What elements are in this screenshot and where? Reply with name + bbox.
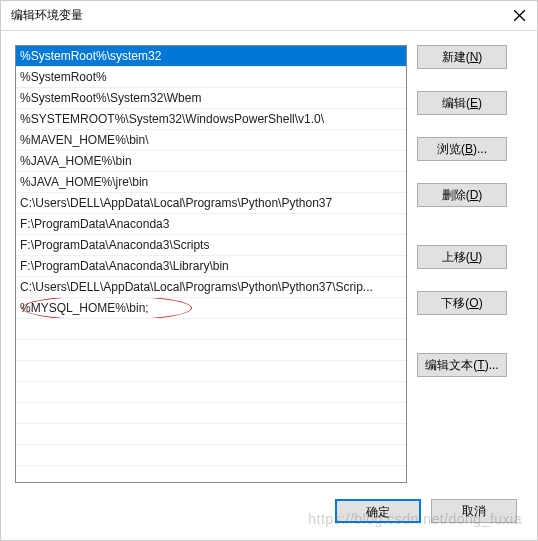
path-row[interactable]: F:\ProgramData\Anaconda3\Library\bin: [16, 256, 406, 277]
path-row[interactable]: C:\Users\DELL\AppData\Local\Programs\Pyt…: [16, 193, 406, 214]
edittext-button[interactable]: 编辑文本(T)...: [417, 353, 507, 377]
path-row[interactable]: [16, 382, 406, 403]
delete-button[interactable]: 删除(D): [417, 183, 507, 207]
path-row[interactable]: C:\Users\DELL\AppData\Local\Programs\Pyt…: [16, 277, 406, 298]
titlebar: 编辑环境变量: [1, 1, 537, 31]
ok-button[interactable]: 确定: [335, 499, 421, 523]
movedown-button[interactable]: 下移(O): [417, 291, 507, 315]
browse-button[interactable]: 浏览(B)...: [417, 137, 507, 161]
path-row[interactable]: [16, 445, 406, 466]
path-row[interactable]: [16, 424, 406, 445]
path-row[interactable]: [16, 361, 406, 382]
path-row[interactable]: F:\ProgramData\Anaconda3\Scripts: [16, 235, 406, 256]
edit-button[interactable]: 编辑(E): [417, 91, 507, 115]
dialog-footer: 确定 取消: [1, 491, 537, 531]
moveup-button[interactable]: 上移(U): [417, 245, 507, 269]
path-row[interactable]: [16, 403, 406, 424]
path-row[interactable]: %SystemRoot%\System32\Wbem: [16, 88, 406, 109]
path-row[interactable]: F:\ProgramData\Anaconda3: [16, 214, 406, 235]
side-buttons: 新建(N) 编辑(E) 浏览(B)... 删除(D) 上移(U) 下移(O) 编…: [417, 45, 517, 483]
path-row[interactable]: %MAVEN_HOME%\bin\: [16, 130, 406, 151]
path-row[interactable]: [16, 340, 406, 361]
path-row[interactable]: %SYSTEMROOT%\System32\WindowsPowerShell\…: [16, 109, 406, 130]
dialog-content: %SystemRoot%\system32%SystemRoot%%System…: [1, 31, 537, 491]
cancel-button[interactable]: 取消: [431, 499, 517, 523]
path-row[interactable]: %SystemRoot%\system32: [16, 46, 406, 67]
close-icon: [514, 10, 525, 21]
path-listbox[interactable]: %SystemRoot%\system32%SystemRoot%%System…: [15, 45, 407, 483]
close-button[interactable]: [509, 6, 529, 26]
new-button[interactable]: 新建(N): [417, 45, 507, 69]
window-title: 编辑环境变量: [11, 7, 83, 24]
path-row[interactable]: %JAVA_HOME%\bin: [16, 151, 406, 172]
path-row[interactable]: [16, 319, 406, 340]
path-row[interactable]: %MYSQL_HOME%\bin;: [16, 298, 406, 319]
path-row[interactable]: %SystemRoot%: [16, 67, 406, 88]
path-row[interactable]: %JAVA_HOME%\jre\bin: [16, 172, 406, 193]
